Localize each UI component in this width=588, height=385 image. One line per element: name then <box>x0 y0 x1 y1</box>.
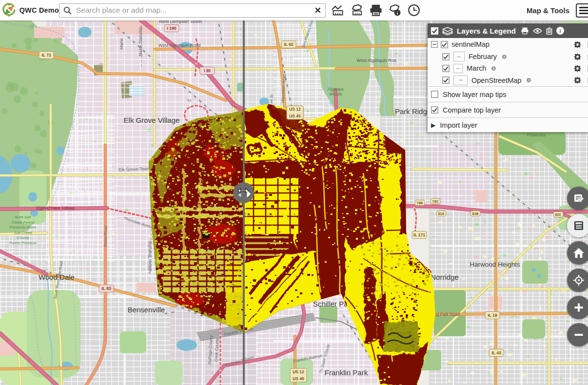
svg-text:79C: 79C <box>432 200 439 203</box>
svg-text:I 90: I 90 <box>204 68 211 73</box>
svg-text:County: County <box>17 235 29 240</box>
svg-text:Park Ridge: Park Ridge <box>395 107 431 116</box>
svg-text:81A: 81A <box>438 212 445 215</box>
svg-text:West Algonquin Road: West Algonquin Road <box>158 43 200 48</box>
svg-text:IL 62: IL 62 <box>284 42 293 47</box>
svg-text:IL 83: IL 83 <box>101 286 111 291</box>
svg-text:West Algonquin Roa: West Algonquin Roa <box>356 58 396 63</box>
svg-text:US 12: US 12 <box>293 369 304 374</box>
svg-text:Noth Salt: Noth Salt <box>15 215 32 219</box>
svg-text:42A: 42A <box>333 124 340 128</box>
svg-text:US 45: US 45 <box>293 376 304 381</box>
svg-text:Addison Township: Addison Township <box>147 241 152 274</box>
svg-text:Algonqui: Algonqui <box>327 87 343 92</box>
svg-text:Elgin-O'Hare Tollway: Elgin-O'Hare Tollway <box>37 206 75 211</box>
svg-text:Norridge: Norridge <box>431 273 459 281</box>
svg-text:82C: 82C <box>555 213 562 216</box>
svg-text:81B: 81B <box>472 212 479 215</box>
svg-text:I 190: I 190 <box>167 26 176 31</box>
svg-text:IL 171: IL 171 <box>413 232 425 237</box>
svg-text:IL 72: IL 72 <box>41 53 51 58</box>
svg-text:Busse Road: Busse Road <box>103 226 108 247</box>
svg-text:Forest Preserve: Forest Preserve <box>9 241 37 245</box>
svg-text:73: 73 <box>187 98 191 103</box>
svg-text:Preserves: Preserves <box>527 133 546 137</box>
svg-text:Woods: Woods <box>329 92 342 96</box>
svg-text:Elk Grove Village: Elk Grove Village <box>124 116 180 124</box>
svg-text:US 12: US 12 <box>289 107 301 112</box>
svg-text:Franklin Park: Franklin Park <box>325 368 368 377</box>
svg-text:i: i <box>559 28 561 34</box>
svg-text:79B: 79B <box>417 201 423 205</box>
svg-text:IL 19: IL 19 <box>488 313 497 318</box>
svg-text:Preserve North: Preserve North <box>10 225 36 230</box>
svg-text:Maine: Maine <box>119 38 124 49</box>
svg-text:Harwood Heights: Harwood Heights <box>470 261 520 268</box>
svg-text:Creek Forest: Creek Forest <box>12 220 35 225</box>
svg-text:IL 43: IL 43 <box>491 350 501 355</box>
svg-text:Salt Creek: Salt Creek <box>14 231 32 235</box>
svg-text:US 45: US 45 <box>289 114 301 118</box>
svg-text:Maine Township: Maine Township <box>138 26 143 56</box>
svg-text:Bensenville: Bensenville <box>128 306 165 314</box>
